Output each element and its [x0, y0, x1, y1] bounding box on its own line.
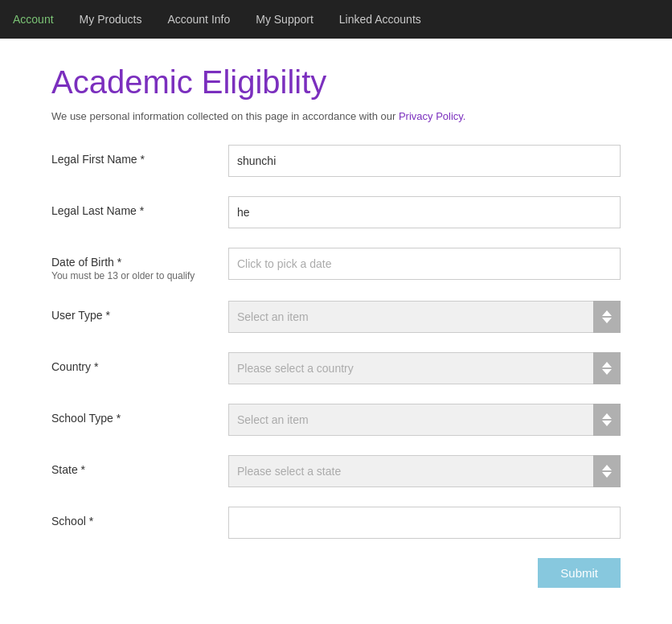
school-type-select-wrap: Select an item — [228, 404, 621, 436]
page-title: Academic Eligibility — [51, 64, 621, 101]
school-input[interactable] — [228, 507, 621, 539]
state-select[interactable]: Please select a state — [228, 455, 621, 487]
privacy-policy-link[interactable]: Privacy Policy. — [399, 110, 466, 122]
field-country: Country * Please select a country — [51, 352, 621, 384]
dob-sublabel: You must be 13 or older to qualify — [51, 270, 228, 281]
submit-section: Submit — [51, 558, 621, 614]
nav-item-account-info[interactable]: Account Info — [167, 13, 230, 26]
nav-item-linked-accounts[interactable]: Linked Accounts — [339, 13, 421, 26]
state-select-wrap: Please select a state — [228, 455, 621, 487]
privacy-notice: We use personal information collected on… — [51, 110, 621, 122]
school-type-label: School Type * — [51, 404, 228, 425]
school-type-select[interactable]: Select an item — [228, 404, 621, 436]
field-user-type: User Type * Select an item — [51, 301, 621, 333]
country-label: Country * — [51, 352, 228, 373]
last-name-label: Legal Last Name * — [51, 196, 228, 217]
field-school: School * — [51, 507, 621, 539]
school-label: School * — [51, 507, 228, 528]
nav-item-my-support[interactable]: My Support — [256, 13, 313, 26]
user-type-select[interactable]: Select an item — [228, 301, 621, 333]
state-label: State * — [51, 455, 228, 476]
nav-item-account[interactable]: Account — [13, 13, 54, 26]
submit-button[interactable]: Submit — [538, 558, 621, 588]
field-school-type: School Type * Select an item — [51, 404, 621, 436]
dob-picker[interactable]: Click to pick a date — [228, 248, 621, 280]
nav-item-my-products[interactable]: My Products — [80, 13, 142, 26]
field-first-name: Legal First Name * — [51, 145, 621, 177]
field-last-name: Legal Last Name * — [51, 196, 621, 228]
field-dob: Date of Birth * You must be 13 or older … — [51, 248, 621, 281]
field-state: State * Please select a state — [51, 455, 621, 487]
main-content: Academic Eligibility We use personal inf… — [0, 39, 672, 624]
first-name-input[interactable] — [228, 145, 621, 177]
last-name-input[interactable] — [228, 196, 621, 228]
dob-label: Date of Birth * You must be 13 or older … — [51, 248, 228, 281]
user-type-select-wrap: Select an item — [228, 301, 621, 333]
first-name-label: Legal First Name * — [51, 145, 228, 166]
user-type-label: User Type * — [51, 301, 228, 322]
nav-bar: Account My Products Account Info My Supp… — [0, 0, 672, 39]
country-select-wrap: Please select a country — [228, 352, 621, 384]
country-select[interactable]: Please select a country — [228, 352, 621, 384]
